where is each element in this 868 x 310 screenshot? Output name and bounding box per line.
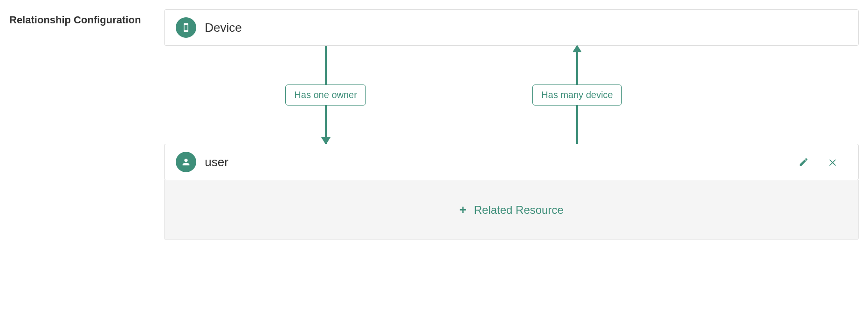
plus-icon: + [460, 203, 467, 217]
resource-card-device[interactable]: Device [164, 9, 859, 46]
relation-label-right: Has many device [532, 85, 621, 106]
relation-label-left: Has one owner [285, 85, 366, 106]
delete-icon[interactable] [827, 157, 838, 167]
resource-title-device: Device [205, 21, 241, 35]
add-related-label: Related Resource [474, 204, 564, 217]
connector-region: Has one owner Has many device [164, 46, 859, 144]
phone-icon [176, 17, 196, 38]
card-actions [799, 157, 847, 167]
resource-card-user[interactable]: user [164, 144, 859, 180]
user-icon [176, 152, 196, 172]
section-title: Relationship Configuration [9, 9, 141, 26]
resource-title-user: user [205, 155, 228, 169]
arrow-up-icon [572, 45, 582, 52]
relationship-diagram: Device Has one owner Has many device us [164, 9, 859, 240]
relationship-has-one-owner[interactable]: Has one owner [285, 46, 366, 144]
add-related-resource-button[interactable]: + Related Resource [164, 180, 859, 240]
edit-icon[interactable] [799, 157, 809, 167]
relationship-has-many-device[interactable]: Has many device [532, 46, 621, 144]
